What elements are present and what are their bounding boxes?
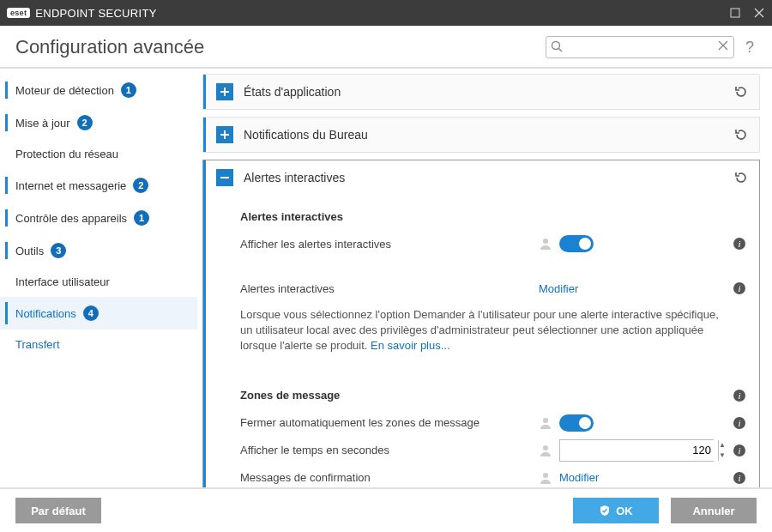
sidebar-item-label: Moteur de détection (15, 84, 114, 97)
revert-icon[interactable] (733, 84, 749, 100)
sidebar-item-update[interactable]: Mise à jour 2 (0, 106, 197, 139)
svg-text:i: i (738, 283, 740, 293)
sidebar-item-web-email[interactable]: Internet et messagerie 2 (0, 169, 197, 202)
interactive-alerts-description: Lorsque vous sélectionnez l'option Deman… (240, 302, 747, 361)
panel-desktop-notifications: Notifications du Bureau (202, 117, 760, 153)
sidebar: Moteur de détection 1 Mise à jour 2 Prot… (0, 69, 197, 487)
cancel-button-label: Annuler (692, 505, 734, 517)
confirm-modify-link[interactable]: Modifier (559, 471, 599, 484)
title-bar: eset ENDPOINT SECURITY (0, 0, 772, 26)
info-icon[interactable]: i (732, 281, 747, 296)
row-confirmation-messages: Messages de confirmation Modifier i (240, 464, 747, 487)
page-title: Configuration avancée (15, 36, 204, 58)
svg-rect-0 (731, 9, 739, 17)
panel-title: Notifications du Bureau (244, 128, 723, 142)
brand: eset ENDPOINT SECURITY (7, 7, 157, 20)
panel-title: États d'application (244, 85, 723, 99)
brand-mark: eset (7, 8, 30, 18)
desc-text: Lorsque vous sélectionnez l'option Deman… (240, 308, 719, 352)
sidebar-item-label: Interface utilisateur (15, 275, 110, 288)
display-time-input[interactable] (560, 440, 718, 461)
row-display-time: Afficher le temps en secondes ▲ ▼ (240, 437, 747, 464)
sidebar-item-label: Protection du réseau (15, 148, 118, 160)
user-icon (539, 471, 552, 485)
user-icon (539, 416, 552, 430)
user-icon (539, 444, 552, 457)
section-message-boxes-title: Zones de message (240, 389, 725, 402)
auto-close-label: Fermer automatiquement les zones de mess… (240, 416, 532, 429)
alerts-modify-link[interactable]: Modifier (539, 282, 578, 295)
svg-text:i: i (738, 239, 740, 249)
search-icon (551, 40, 563, 52)
info-icon[interactable]: i (732, 236, 747, 251)
sidebar-item-label: Contrôle des appareils (15, 212, 127, 225)
alerts-list-label: Alertes interactives (240, 282, 532, 295)
panel-header-application-states[interactable]: États d'application (203, 75, 759, 109)
ok-button[interactable]: OK (573, 498, 659, 523)
sidebar-item-label: Mise à jour (15, 117, 70, 130)
row-message-boxes-header: Zones de message i (240, 382, 747, 409)
user-icon (539, 237, 552, 251)
display-time-stepper: ▲ ▼ (559, 439, 714, 462)
auto-close-toggle[interactable] (559, 414, 594, 432)
sidebar-badge: 1 (134, 210, 149, 226)
panel-header-desktop-notifications[interactable]: Notifications du Bureau (203, 118, 759, 152)
svg-point-9 (543, 418, 548, 423)
section-interactive-alerts-title: Alertes interactives (240, 210, 747, 223)
search-input[interactable] (546, 36, 734, 58)
search-field-wrap (546, 36, 734, 58)
panel-header-interactive-alerts[interactable]: Alertes interactives (203, 160, 759, 195)
window-close-icon[interactable] (753, 7, 765, 19)
row-show-interactive-alerts: Afficher les alertes interactives i (240, 230, 747, 257)
info-icon[interactable]: i (732, 388, 747, 403)
sidebar-item-transfer[interactable]: Transfert (0, 329, 197, 360)
sidebar-item-tools[interactable]: Outils 3 (0, 234, 197, 267)
sidebar-badge: 2 (133, 178, 148, 193)
info-icon[interactable]: i (732, 470, 747, 486)
learn-more-link[interactable]: En savoir plus... (371, 339, 450, 352)
shield-icon (599, 505, 611, 517)
revert-icon[interactable] (733, 170, 749, 185)
info-icon[interactable]: i (732, 443, 747, 458)
sidebar-item-network-protection[interactable]: Protection du réseau (0, 139, 197, 169)
stepper-down-icon[interactable]: ▼ (719, 450, 726, 461)
svg-point-2 (543, 239, 548, 244)
expand-icon (216, 83, 233, 100)
svg-text:i: i (738, 473, 740, 483)
default-button[interactable]: Par défaut (15, 498, 101, 523)
footer: Par défaut OK Annuler (0, 487, 772, 532)
display-time-label: Afficher le temps en secondes (240, 444, 532, 456)
svg-text:i: i (738, 390, 740, 401)
ok-button-label: OK (616, 505, 633, 517)
sidebar-badge: 2 (77, 115, 93, 130)
help-icon[interactable]: ? (743, 39, 757, 57)
sidebar-item-notifications[interactable]: Notifications 4 (0, 297, 197, 329)
revert-icon[interactable] (733, 127, 749, 142)
sidebar-item-user-interface[interactable]: Interface utilisateur (0, 267, 197, 297)
stepper-up-icon[interactable]: ▲ (719, 440, 726, 450)
sidebar-item-detection-engine[interactable]: Moteur de détection 1 (0, 74, 197, 106)
clear-search-icon[interactable] (717, 39, 729, 51)
show-alerts-toggle[interactable] (559, 235, 594, 252)
svg-text:i: i (738, 418, 740, 428)
product-name: ENDPOINT SECURITY (35, 7, 156, 20)
sidebar-item-label: Internet et messagerie (15, 179, 126, 192)
info-icon[interactable]: i (732, 415, 747, 431)
sidebar-badge: 1 (121, 82, 136, 98)
sidebar-item-device-control[interactable]: Contrôle des appareils 1 (0, 202, 197, 234)
svg-point-12 (543, 445, 548, 450)
panel-interactive-alerts: Alertes interactives Alertes interactive… (202, 160, 760, 487)
panel-application-states: États d'application (202, 74, 760, 110)
cancel-button[interactable]: Annuler (671, 498, 757, 523)
sidebar-item-label: Notifications (15, 307, 76, 320)
show-alerts-label: Afficher les alertes interactives (240, 238, 532, 251)
sidebar-badge: 4 (83, 305, 99, 321)
svg-text:i: i (738, 445, 740, 456)
collapse-icon (216, 169, 233, 186)
sidebar-item-label: Transfert (15, 338, 60, 351)
header: Configuration avancée ? (0, 26, 772, 69)
window-maximize-icon[interactable] (729, 7, 741, 19)
panel-title: Alertes interactives (244, 171, 723, 184)
default-button-label: Par défaut (31, 505, 86, 517)
svg-point-1 (552, 42, 560, 50)
